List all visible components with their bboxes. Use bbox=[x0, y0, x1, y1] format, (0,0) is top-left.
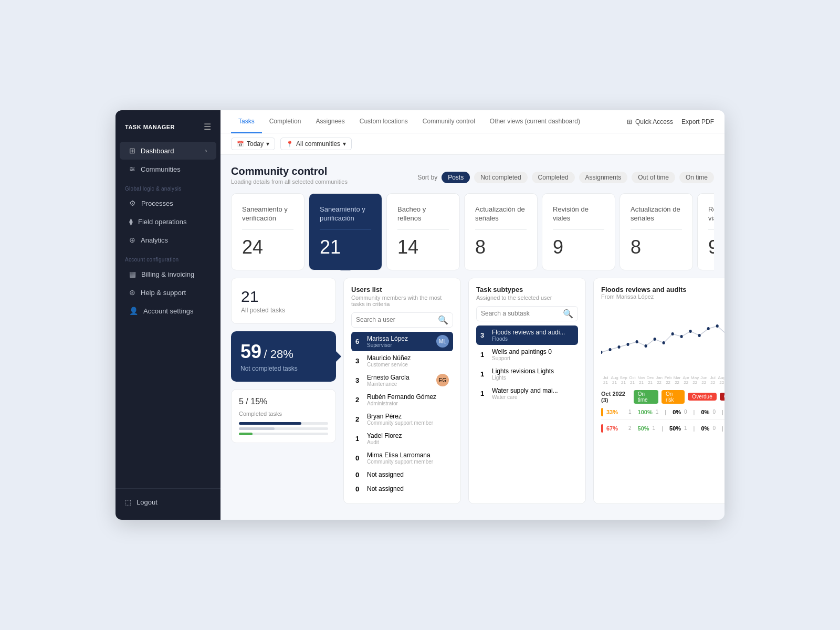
svg-point-2 bbox=[617, 345, 620, 349]
sidebar-item-label: Field operations bbox=[138, 218, 187, 226]
chart-title: Floods reviews and audits bbox=[601, 286, 724, 293]
subtypes-subtitle: Assigned to the selected user bbox=[476, 295, 578, 301]
quick-access-button[interactable]: ⊞ Quick Access bbox=[627, 118, 673, 125]
svg-point-7 bbox=[663, 341, 665, 344]
sort-out-of-time-button[interactable]: Out of time bbox=[632, 172, 675, 183]
stat-card-6[interactable]: Revisión de viales 9 bbox=[697, 193, 714, 270]
legend-critical: Critical bbox=[720, 393, 724, 401]
period-label: Oct 2022 (3) bbox=[601, 391, 631, 403]
user-search-row[interactable]: 🔍 bbox=[351, 312, 453, 328]
subtask-row-0[interactable]: 3 Floods reviews and audi... Floods bbox=[476, 326, 578, 345]
svg-point-0 bbox=[601, 351, 603, 354]
user-row-0[interactable]: 6 Marissa López Supervisor ML bbox=[351, 332, 453, 351]
cards-row: Saneamiento y verificación 24 Saneamient… bbox=[231, 193, 714, 270]
user-search-input[interactable] bbox=[356, 316, 435, 323]
user-row-6[interactable]: 0 Mirna Elisa Larromana Community suppor… bbox=[351, 448, 453, 468]
subtask-row-2[interactable]: 1 Lights revisions Lights Lights bbox=[476, 364, 578, 384]
sort-completed-button[interactable]: Completed bbox=[532, 172, 575, 183]
row-indicator-1 bbox=[601, 424, 603, 433]
sidebar-item-account-settings[interactable]: 👤 Account settings bbox=[120, 302, 216, 320]
sidebar-item-communities[interactable]: ≋ Communities bbox=[120, 160, 216, 178]
analytics-icon: ⊕ bbox=[129, 236, 135, 244]
tab-community-control[interactable]: Community control bbox=[415, 110, 482, 133]
legend-overdue: Overdue bbox=[688, 393, 716, 401]
sort-posts-button[interactable]: Posts bbox=[442, 172, 470, 183]
sort-not-completed-button[interactable]: Not completed bbox=[474, 172, 527, 183]
processes-icon: ⚙ bbox=[129, 199, 136, 207]
toolbar: 📅 Today ▾ 📍 All communities ▾ bbox=[220, 133, 724, 155]
app-logo: TASK MANAGER bbox=[125, 124, 175, 130]
logout-icon: ⬚ bbox=[125, 498, 131, 506]
svg-point-6 bbox=[654, 338, 656, 341]
svg-point-5 bbox=[645, 344, 647, 348]
user-row-5[interactable]: 1 Yadel Florez Audit bbox=[351, 429, 453, 448]
page-title: Community control bbox=[231, 165, 348, 177]
subtask-row-1[interactable]: 1 Wells and paintings 0 Support bbox=[476, 345, 578, 364]
subtask-search-row[interactable]: 🔍 bbox=[476, 306, 578, 321]
sidebar-item-billing[interactable]: ▦ Billing & invoicing bbox=[120, 265, 216, 283]
sidebar-item-dashboard[interactable]: ⊞ Dashboard › bbox=[120, 142, 216, 160]
sidebar-item-label: Dashboard bbox=[141, 147, 174, 155]
user-row-2[interactable]: 3 Ernesto García Maintenance EG bbox=[351, 371, 453, 390]
page-content: Community control Loading details from a… bbox=[220, 155, 724, 520]
svg-point-3 bbox=[626, 343, 629, 346]
users-list-panel: Users list Community members with the mo… bbox=[343, 278, 461, 504]
chart-x-labels: Jul 21 Aug 21 Sep 21 Oct 21 Nov 21 Dec 2… bbox=[601, 375, 724, 385]
tab-assignees[interactable]: Assignees bbox=[308, 110, 352, 133]
all-communities-filter-button[interactable]: 📍 All communities ▾ bbox=[280, 138, 352, 150]
sidebar: TASK MANAGER ☰ ⊞ Dashboard › ≋ Communiti… bbox=[116, 110, 220, 520]
svg-point-4 bbox=[636, 340, 638, 343]
page-subtitle: Loading details from all selected commun… bbox=[231, 178, 348, 185]
user-row-3[interactable]: 2 Rubén Fernando Gómez Administrator bbox=[351, 390, 453, 410]
today-filter-button[interactable]: 📅 Today ▾ bbox=[231, 138, 275, 150]
stat-card-4[interactable]: Revisión de viales 9 bbox=[542, 193, 615, 270]
sidebar-nav: ⊞ Dashboard › ≋ Communities Global logic… bbox=[116, 141, 220, 488]
logout-label: Logout bbox=[136, 498, 158, 506]
chart-panel: Floods reviews and audits From Marissa L… bbox=[593, 278, 724, 504]
dashboard-icon: ⊞ bbox=[129, 146, 135, 155]
sort-assignments-button[interactable]: Assignments bbox=[579, 172, 628, 183]
search-icon: 🔍 bbox=[438, 315, 448, 325]
sidebar-item-label: Help & support bbox=[141, 289, 186, 297]
stat-card-2[interactable]: Bacheo y rellenos 14 bbox=[386, 193, 460, 270]
legend-on-time: On time bbox=[634, 390, 658, 404]
stat-card-5[interactable]: Actualización de señales 8 bbox=[620, 193, 693, 270]
grid-icon: ⊞ bbox=[627, 118, 632, 125]
lower-grid: 21 All posted tasks 59 / 28% Not complet… bbox=[231, 278, 714, 504]
row-indicator-0 bbox=[601, 408, 603, 416]
users-list-title: Users list bbox=[351, 286, 453, 293]
sidebar-item-field-operations[interactable]: ⧫ Field operations bbox=[120, 213, 216, 230]
chart-area: Current: 1 bbox=[601, 305, 724, 373]
sidebar-item-help[interactable]: ⊛ Help & support bbox=[120, 284, 216, 301]
sidebar-item-label: Communities bbox=[141, 165, 181, 173]
svg-point-9 bbox=[680, 335, 683, 338]
tab-other-views[interactable]: Other views (current dashboard) bbox=[482, 110, 587, 133]
user-row-7[interactable]: 0 Not assigned bbox=[351, 468, 453, 482]
stat-card-0[interactable]: Saneamiento y verificación 24 bbox=[231, 193, 304, 270]
tab-completion[interactable]: Completion bbox=[262, 110, 309, 133]
user-row-4[interactable]: 2 Bryan Pérez Community support member bbox=[351, 410, 453, 429]
search-icon: 🔍 bbox=[563, 309, 573, 319]
sort-on-time-button[interactable]: On time bbox=[679, 172, 714, 183]
sidebar-item-processes[interactable]: ⚙ Processes bbox=[120, 194, 216, 212]
subtask-row-3[interactable]: 1 Water supply and mai... Water care bbox=[476, 384, 578, 403]
sidebar-item-label: Billing & invoicing bbox=[141, 270, 194, 278]
tab-custom-locations[interactable]: Custom locations bbox=[352, 110, 415, 133]
app-shell: TASK MANAGER ☰ ⊞ Dashboard › ≋ Communiti… bbox=[116, 110, 724, 520]
logout-button[interactable]: ⬚ Logout bbox=[125, 495, 211, 509]
hamburger-icon[interactable]: ☰ bbox=[204, 122, 211, 132]
tab-tasks[interactable]: Tasks bbox=[231, 110, 262, 133]
subtask-search-input[interactable] bbox=[481, 310, 560, 317]
svg-point-10 bbox=[689, 330, 692, 333]
location-icon: 📍 bbox=[286, 141, 293, 148]
export-pdf-button[interactable]: Export PDF bbox=[681, 118, 714, 125]
chart-stat-row-1: 67% 2 50% 1 | 50% 1 | 0% 0 | 0% bbox=[601, 419, 724, 433]
stat-card-1[interactable]: Saneamiento y purificación 21 bbox=[309, 193, 382, 270]
sort-bar: Sort by Posts Not completed Completed As… bbox=[417, 172, 714, 183]
stat-card-3[interactable]: Actualización de señales 8 bbox=[464, 193, 538, 270]
user-row-8[interactable]: 0 Not assigned bbox=[351, 482, 453, 496]
sidebar-header: TASK MANAGER ☰ bbox=[116, 110, 220, 141]
sidebar-item-analytics[interactable]: ⊕ Analytics bbox=[120, 231, 216, 249]
user-row-1[interactable]: 3 Mauricio Núñez Customer service bbox=[351, 351, 453, 371]
subtypes-title: Task subtypes bbox=[476, 286, 578, 293]
